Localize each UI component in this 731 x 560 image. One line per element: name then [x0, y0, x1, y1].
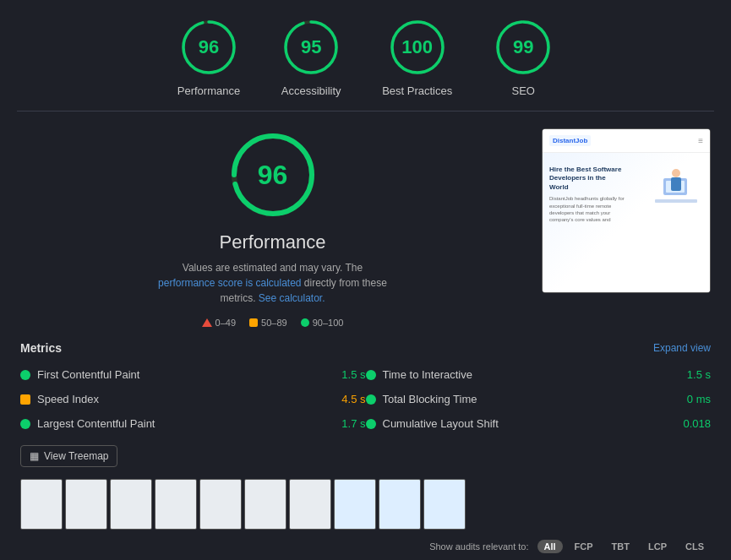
desc-prefix: Values are estimated and may vary. The	[183, 262, 363, 274]
filter-cls[interactable]: CLS	[679, 540, 711, 553]
tbt-value: 0 ms	[687, 393, 711, 405]
cls-name: Cumulative Layout Shift	[383, 417, 677, 430]
cls-value: 0.018	[683, 417, 711, 430]
accessibility-circle: 95	[281, 17, 341, 78]
metrics-grid: First Contentful Paint 1.5 s Time to Int…	[20, 363, 711, 435]
score-card-accessibility[interactable]: 95 Accessibility	[281, 17, 341, 97]
metric-cls: Cumulative Layout Shift 0.018	[366, 412, 712, 435]
filmstrip-8	[334, 479, 376, 530]
filmstrip-7	[289, 479, 331, 530]
screenshot-panel: DistantJob ≡ Hire the Best Software Deve…	[542, 128, 711, 328]
audit-filter: Show audits relevant to: All FCP TBT LCP…	[0, 536, 731, 557]
legend-red: 0–49	[202, 318, 236, 328]
fcp-name: First Contentful Paint	[37, 368, 335, 381]
score-card-performance[interactable]: 96 Performance	[177, 17, 240, 97]
filmstrip-6	[244, 479, 286, 530]
si-value: 4.5 s	[341, 393, 365, 405]
seo-label: SEO	[512, 84, 535, 97]
main-perf-circle: 96	[226, 128, 319, 221]
filmstrip-4	[155, 479, 197, 530]
svg-rect-10	[655, 199, 697, 203]
tbt-name: Total Blocking Time	[383, 393, 680, 405]
mock-logo: DistantJob	[549, 135, 591, 146]
mock-illustration	[651, 161, 701, 220]
metrics-header: Metrics Expand view	[20, 341, 711, 355]
accessibility-score: 95	[301, 36, 321, 58]
filmstrip-2	[65, 479, 107, 530]
score-card-seo[interactable]: 99 SEO	[493, 17, 554, 97]
opportunities-header: Opportunities	[0, 557, 731, 560]
legend-orange-label: 50–89	[261, 318, 287, 328]
performance-circle: 96	[178, 17, 239, 78]
tbt-indicator	[366, 394, 376, 405]
filmstrip-9	[379, 479, 421, 530]
legend-green: 90–100	[301, 318, 344, 328]
legend-green-icon	[301, 318, 309, 327]
seo-score: 99	[513, 36, 533, 58]
performance-score: 96	[199, 36, 219, 58]
perf-calc-link[interactable]: performance score is calculated	[158, 277, 301, 289]
filmstrip	[0, 479, 731, 530]
screenshot-mock: DistantJob ≡ Hire the Best Software Deve…	[543, 129, 710, 292]
expand-view-button[interactable]: Expand view	[653, 342, 711, 354]
mock-headline: Hire the Best Software Developers in the…	[549, 166, 625, 192]
main-perf-title: Performance	[220, 231, 326, 253]
metrics-section: Metrics Expand view First Contentful Pai…	[0, 341, 731, 479]
svg-point-13	[672, 169, 680, 177]
treemap-icon: ▦	[30, 450, 39, 462]
filter-fcp[interactable]: FCP	[568, 540, 600, 553]
legend-triangle-icon	[202, 318, 212, 327]
mock-text-block: Hire the Best Software Developers in the…	[549, 166, 625, 224]
lcp-indicator	[20, 419, 30, 429]
legend-orange: 50–89	[249, 318, 287, 328]
filter-all[interactable]: All	[537, 540, 563, 553]
best-practices-score: 100	[401, 36, 433, 58]
si-indicator	[20, 394, 30, 405]
mock-body: Hire the Best Software Developers in the…	[543, 153, 710, 292]
lcp-name: Largest Contentful Paint	[37, 417, 335, 430]
mock-header: DistantJob ≡	[543, 129, 710, 153]
cls-indicator	[366, 419, 376, 429]
best-practices-label: Best Practices	[382, 84, 452, 97]
performance-label: Performance	[177, 84, 240, 97]
legend-orange-icon	[249, 318, 258, 327]
filter-label: Show audits relevant to:	[429, 541, 528, 552]
tti-indicator	[366, 370, 376, 380]
fcp-indicator	[20, 370, 30, 380]
metrics-title: Metrics	[20, 341, 62, 355]
fcp-value: 1.5 s	[341, 368, 365, 381]
score-row: 96 Performance 95 Accessibility 100 Best…	[0, 0, 731, 111]
metric-fcp: First Contentful Paint 1.5 s	[20, 363, 366, 386]
filmstrip-3	[110, 479, 152, 530]
tti-name: Time to Interactive	[383, 368, 680, 381]
filmstrip-5	[199, 479, 242, 530]
score-card-best-practices[interactable]: 100 Best Practices	[382, 17, 452, 97]
filmstrip-1	[20, 479, 63, 530]
accessibility-label: Accessibility	[281, 84, 341, 97]
seo-circle: 99	[493, 17, 554, 78]
legend-red-label: 0–49	[215, 318, 236, 328]
mock-subtext: DistantJob headhunts globally for except…	[549, 195, 625, 224]
screenshot-image: DistantJob ≡ Hire the Best Software Deve…	[542, 128, 711, 293]
treemap-button[interactable]: ▦ View Treemap	[20, 445, 117, 467]
metric-tti: Time to Interactive 1.5 s	[366, 363, 712, 386]
best-practices-circle: 100	[387, 17, 448, 78]
see-calc-link[interactable]: See calculator.	[259, 292, 325, 304]
tti-value: 1.5 s	[687, 368, 711, 381]
left-panel: 96 Performance Values are estimated and …	[20, 128, 525, 328]
treemap-label: View Treemap	[44, 450, 108, 462]
si-name: Speed Index	[37, 393, 335, 405]
mock-menu-icon: ≡	[698, 136, 703, 145]
main-perf-desc: Values are estimated and may vary. The p…	[155, 260, 391, 306]
legend-row: 0–49 50–89 90–100	[202, 318, 344, 328]
lcp-value: 1.7 s	[341, 417, 365, 430]
metric-tbt: Total Blocking Time 0 ms	[366, 388, 712, 410]
filter-lcp[interactable]: LCP	[641, 540, 674, 553]
legend-green-label: 90–100	[313, 318, 344, 328]
main-perf-score: 96	[258, 160, 288, 191]
svg-rect-14	[671, 177, 681, 191]
filter-tbt[interactable]: TBT	[605, 540, 636, 553]
metric-lcp: Largest Contentful Paint 1.7 s	[20, 412, 366, 435]
filmstrip-10	[423, 479, 466, 530]
main-content: 96 Performance Values are estimated and …	[0, 111, 731, 328]
